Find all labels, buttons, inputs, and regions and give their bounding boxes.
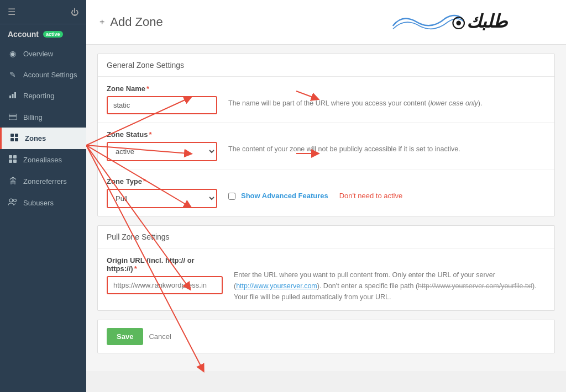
advanced-features-row: Show Advanced Features Don't need to act… xyxy=(228,190,546,202)
sidebar-item-subusers[interactable]: Subusers xyxy=(0,192,86,214)
hamburger-icon[interactable]: ☰ xyxy=(8,7,15,17)
zone-status-description: The content of your zone will not be pub… xyxy=(228,130,546,155)
zone-status-field: Zone Status* active inactive xyxy=(107,130,217,161)
sidebar-item-label-reporting: Reporting xyxy=(23,92,54,100)
page-header: + Add Zone طلبك xyxy=(86,0,566,45)
billing-icon xyxy=(8,113,18,121)
sidebar-item-label-billing: Billing xyxy=(23,113,43,121)
origin-url-input[interactable] xyxy=(107,276,223,294)
svg-text:طلبك: طلبك xyxy=(467,12,509,31)
sidebar-item-label-overview: Overview xyxy=(23,50,53,58)
save-button[interactable]: Save xyxy=(107,328,143,345)
sidebar-top: ☰ ⏻ xyxy=(0,0,86,24)
reporting-icon xyxy=(8,91,18,100)
sidebar-item-zones[interactable]: Zones xyxy=(0,128,86,149)
svg-point-14 xyxy=(14,199,17,202)
overview-icon: ◉ xyxy=(8,49,18,58)
active-badge: active xyxy=(43,31,63,38)
zone-status-label: Zone Status* xyxy=(107,130,217,139)
svg-rect-8 xyxy=(15,138,18,141)
svg-rect-11 xyxy=(9,160,12,163)
zone-status-select[interactable]: active inactive xyxy=(107,142,217,161)
content-area: General Zone Settings Zone Name* The nam… xyxy=(86,45,566,371)
zone-type-row: Zone Type* Pull Push Show Advanced Featu… xyxy=(98,169,554,216)
brand-logo-svg: طلبك xyxy=(376,9,553,35)
plus-icon: + xyxy=(99,17,104,27)
sidebar-item-overview[interactable]: ◉ Overview xyxy=(0,43,86,64)
zone-name-description: The name will be part of the URL where y… xyxy=(228,84,546,109)
pull-zone-settings-card: Pull Zone Settings Origin URL (incl. htt… xyxy=(97,225,555,311)
sidebar-item-label-zones: Zones xyxy=(25,134,46,142)
zone-name-row: Zone Name* The name will be part of the … xyxy=(98,77,554,123)
sidebar-item-zonereferrers[interactable]: Zonereferrers xyxy=(0,171,86,192)
zone-name-field: Zone Name* xyxy=(107,84,217,114)
svg-rect-4 xyxy=(9,115,17,116)
main-content: + Add Zone طلبك General Zon xyxy=(86,0,566,371)
svg-rect-1 xyxy=(12,94,14,98)
sidebar-item-zonealiases[interactable]: Zonealiases xyxy=(0,149,86,171)
page-title-row: + Add Zone xyxy=(99,15,163,29)
svg-rect-0 xyxy=(9,96,11,98)
account-label: Account xyxy=(8,30,39,39)
svg-rect-9 xyxy=(9,155,12,158)
sidebar-item-billing[interactable]: Billing xyxy=(0,107,86,128)
sidebar-item-label-subusers: Subusers xyxy=(23,199,54,207)
svg-rect-7 xyxy=(11,138,14,141)
account-section: Account active xyxy=(0,24,86,43)
footer-card: Save Cancel xyxy=(97,320,555,353)
zones-icon xyxy=(9,134,19,143)
sidebar-item-label-zonealiases: Zonealiases xyxy=(23,156,62,164)
edit-icon: ✎ xyxy=(8,70,18,79)
svg-rect-3 xyxy=(9,114,17,120)
zonealiases-icon xyxy=(8,155,18,165)
pull-zone-settings-title: Pull Zone Settings xyxy=(98,226,554,248)
zone-type-field: Zone Type* Pull Push xyxy=(107,177,217,208)
main-wrapper: + Add Zone طلبك General Zon xyxy=(86,0,566,392)
zone-name-label: Zone Name* xyxy=(107,84,217,93)
brand-logo: طلبك xyxy=(376,9,553,35)
general-zone-settings-card: General Zone Settings Zone Name* The nam… xyxy=(97,54,555,216)
zone-status-row: Zone Status* active inactive The content… xyxy=(98,123,554,169)
svg-point-13 xyxy=(9,199,13,202)
svg-rect-5 xyxy=(11,134,14,137)
zone-type-label: Zone Type* xyxy=(107,177,217,186)
zone-type-select[interactable]: Pull Push xyxy=(107,189,217,208)
form-footer: Save Cancel xyxy=(98,320,554,353)
cancel-button[interactable]: Cancel xyxy=(149,332,171,341)
show-advanced-label[interactable]: Show Advanced Features xyxy=(241,190,328,202)
svg-point-17 xyxy=(456,20,461,25)
page-title: Add Zone xyxy=(110,15,163,29)
general-zone-settings-title: General Zone Settings xyxy=(98,54,554,77)
svg-rect-6 xyxy=(15,134,18,137)
sidebar-item-label-account-settings: Account Settings xyxy=(23,71,77,79)
svg-rect-2 xyxy=(14,92,16,98)
power-icon[interactable]: ⏻ xyxy=(71,8,78,17)
svg-rect-12 xyxy=(13,160,17,163)
origin-url-description: Enter the URL where you want to pull con… xyxy=(234,256,546,303)
zonereferrers-icon xyxy=(8,177,18,186)
origin-url-row: Origin URL (incl. http:// or https://)* … xyxy=(98,248,554,310)
sidebar-item-reporting[interactable]: Reporting xyxy=(0,85,86,107)
origin-url-field: Origin URL (incl. http:// or https://)* xyxy=(107,256,223,294)
sidebar-item-account-settings[interactable]: ✎ Account Settings xyxy=(0,64,86,85)
origin-url-label: Origin URL (incl. http:// or https://)* xyxy=(107,256,223,273)
sidebar-item-label-zonereferrers: Zonereferrers xyxy=(23,177,67,186)
show-advanced-checkbox[interactable] xyxy=(228,193,235,200)
sidebar-nav: ◉ Overview ✎ Account Settings Reporting … xyxy=(0,43,86,214)
svg-rect-10 xyxy=(13,155,17,158)
dont-need-text: Don't need to active xyxy=(339,190,403,202)
zone-type-description: Show Advanced Features Don't need to act… xyxy=(228,177,546,202)
sidebar: ☰ ⏻ Account active ◉ Overview ✎ Account … xyxy=(0,0,86,392)
subusers-icon xyxy=(8,198,18,208)
zone-name-input[interactable] xyxy=(107,96,217,114)
